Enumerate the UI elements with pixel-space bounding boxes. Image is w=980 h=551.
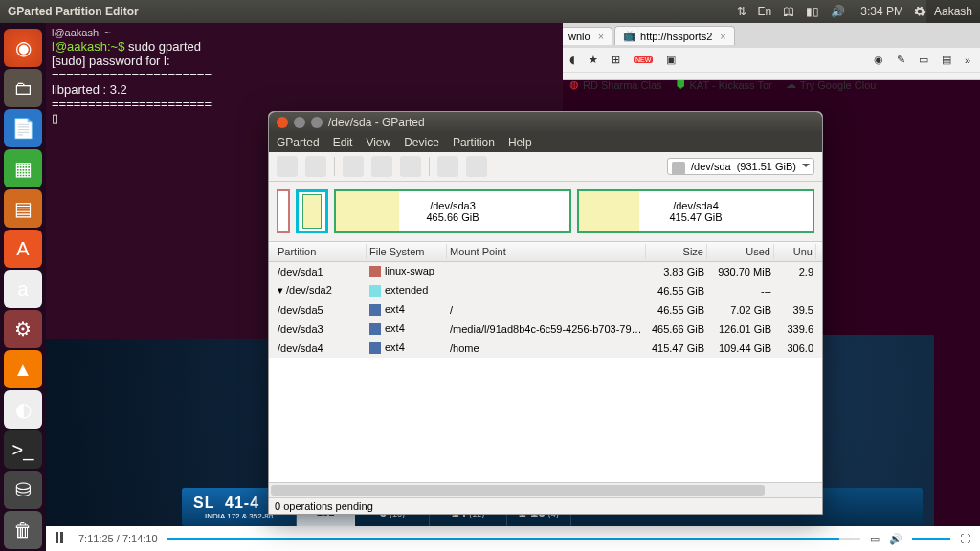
impress-icon[interactable]: ▤	[4, 189, 42, 228]
bookmark-icon[interactable]: ◉	[874, 54, 883, 66]
disk-graphic: /dev/sda3465.66 GiB /dev/sda4415.47 GiB	[269, 182, 822, 241]
partition-block-sda2[interactable]	[296, 189, 328, 233]
video-time: 7:11:25 / 7:14:10	[78, 533, 158, 544]
bookmark-icon[interactable]: ▭	[919, 54, 928, 66]
software-icon[interactable]: A	[4, 230, 42, 268]
menu-device[interactable]: Device	[404, 136, 439, 149]
pause-icon[interactable]	[56, 532, 69, 545]
top-panel: GParted Partition Editor ⇅ En 🕮 ▮▯ 🔊 3:3…	[0, 0, 980, 23]
bluetooth-icon[interactable]: 🕮	[777, 5, 800, 18]
paste-icon[interactable]	[400, 156, 421, 177]
unity-launcher: ◉ 🗀 📄 ▦ ▤ A a ⚙ ▲ ◐ >_ ⛁ 🗑	[0, 23, 46, 551]
trash-icon[interactable]: 🗑	[4, 511, 42, 549]
table-row[interactable]: /dev/sda5ext4/46.55 GiB7.02 GiB39.5	[269, 300, 822, 320]
menubar: GParted Edit View Device Partition Help	[269, 133, 822, 152]
cast-icon[interactable]: ▭	[870, 533, 880, 545]
terminal-line: ======================	[52, 98, 557, 112]
bookmark-icon[interactable]: ▤	[942, 54, 951, 66]
terminal-line: libparted : 3.2	[52, 83, 557, 98]
new-badge: NEW	[634, 56, 653, 63]
chrome-icon[interactable]: ◐	[4, 390, 42, 429]
bookmark-icon[interactable]: »	[965, 55, 970, 66]
volume-icon[interactable]: 🔊	[889, 533, 902, 545]
lang-indicator[interactable]: En	[752, 5, 778, 18]
settings-icon[interactable]: ⚙	[4, 310, 42, 348]
gparted-window: /dev/sda - GParted GParted Edit View Dev…	[268, 111, 823, 515]
partition-table: PartitionFile SystemMount PointSizeUsedU…	[269, 241, 822, 497]
terminal-line: ======================	[52, 69, 557, 83]
close-icon[interactable]	[277, 117, 288, 128]
terminal-line: [sudo] password for l:	[52, 55, 557, 69]
seek-bar[interactable]	[167, 538, 860, 540]
undo-icon[interactable]	[437, 156, 458, 177]
maximize-icon[interactable]	[311, 117, 323, 128]
menu-partition[interactable]: Partition	[453, 136, 495, 149]
bookmarks-bar-2: ◍RD Sharma Clas ⛊KAT - Kickass Tor ☁Try …	[560, 72, 980, 97]
dash-icon[interactable]: ◉	[4, 29, 42, 67]
minimize-icon[interactable]	[294, 117, 305, 128]
volume-slider[interactable]	[912, 538, 950, 540]
browser-tab[interactable]: 📺http://hssports2×	[614, 26, 735, 45]
bookmarks-bar: ◖ ★ ⊞ NEW ▣ ◉ ✎ ▭ ▤ »	[560, 48, 980, 72]
resize-icon[interactable]	[343, 156, 364, 177]
bookmark-icon[interactable]: ▣	[666, 54, 676, 66]
table-row[interactable]: /dev/sda1linux-swap3.83 GiB930.70 MiB2.9	[269, 262, 822, 281]
copy-icon[interactable]	[371, 156, 392, 177]
device-selector[interactable]: /dev/sda (931.51 GiB)	[667, 158, 814, 175]
tv-icon: 📺	[623, 30, 636, 42]
amazon-icon[interactable]: a	[4, 270, 42, 308]
close-icon[interactable]: ×	[594, 31, 604, 42]
titlebar[interactable]: /dev/sda - GParted	[269, 112, 822, 133]
network-icon[interactable]: ⇅	[731, 5, 752, 18]
grid-icon[interactable]: ⊞	[612, 54, 620, 66]
pocket-icon[interactable]: ◖	[569, 54, 575, 66]
vlc-icon[interactable]: ▲	[4, 350, 42, 388]
table-row[interactable]: /dev/sda3ext4/media/l/91ad8b4c-6c59-4256…	[269, 320, 822, 339]
table-row[interactable]: /dev/sda4ext4/home415.47 GiB109.44 GiB30…	[269, 339, 822, 358]
video-controls: 7:11:25 / 7:14:10 ▭ 🔊 ⛶	[46, 526, 980, 551]
horizontal-scrollbar[interactable]	[269, 482, 822, 497]
calc-icon[interactable]: ▦	[4, 149, 42, 187]
partition-block-sda3[interactable]: /dev/sda3465.66 GiB	[334, 189, 571, 233]
status-bar: 0 operations pending	[269, 497, 822, 514]
gear-icon[interactable]	[913, 5, 926, 18]
terminal-icon[interactable]: >_	[4, 430, 42, 469]
table-row[interactable]: ▾ /dev/sda2extended46.55 GiB---	[269, 281, 822, 300]
window-title: /dev/sda - GParted	[328, 116, 425, 129]
menu-help[interactable]: Help	[508, 136, 532, 149]
partition-block-sda4[interactable]: /dev/sda4415.47 GiB	[577, 189, 814, 233]
window-title: GParted Partition Editor	[0, 5, 139, 18]
new-partition-icon[interactable]	[277, 156, 298, 177]
terminal-line: l@aakash:~$ sudo gparted	[52, 40, 557, 55]
disks-icon[interactable]: ⛁	[4, 471, 42, 509]
close-icon[interactable]: ×	[716, 31, 725, 42]
delete-icon[interactable]	[305, 156, 326, 177]
writer-icon[interactable]: 📄	[4, 109, 42, 147]
volume-icon[interactable]: 🔊	[825, 5, 851, 18]
partition-block-sda1[interactable]	[277, 189, 290, 233]
menu-gparted[interactable]: GParted	[277, 136, 320, 149]
user-menu[interactable]: Aakash	[926, 0, 980, 23]
terminal-tab[interactable]: l@aakash: ~	[52, 27, 557, 38]
battery-icon[interactable]: ▮▯	[800, 5, 825, 18]
apply-icon[interactable]	[466, 156, 487, 177]
browser-window: wnlo× 📺http://hssports2× ◖ ★ ⊞ NEW ▣ ◉ ✎…	[560, 23, 980, 80]
table-header[interactable]: PartitionFile SystemMount PointSizeUsedU…	[269, 242, 822, 262]
bookmark[interactable]: ◍RD Sharma Clas	[569, 78, 662, 91]
menu-view[interactable]: View	[366, 136, 390, 149]
browser-tab[interactable]: wnlo×	[560, 27, 612, 45]
bookmark[interactable]: ☁Try Google Clou	[786, 78, 877, 91]
files-icon[interactable]: 🗀	[4, 69, 42, 107]
bookmark[interactable]: ⛊KAT - Kickass Tor	[676, 79, 772, 91]
table-empty-area	[269, 358, 822, 482]
bookmark-icon[interactable]: ★	[589, 54, 598, 66]
clock[interactable]: 3:34 PM	[851, 5, 913, 18]
menu-edit[interactable]: Edit	[333, 136, 353, 149]
fullscreen-icon[interactable]: ⛶	[960, 533, 970, 544]
toolbar: /dev/sda (931.51 GiB)	[269, 152, 822, 182]
bookmark-icon[interactable]: ✎	[897, 54, 905, 66]
browser-tabs: wnlo× 📺http://hssports2×	[560, 23, 980, 48]
